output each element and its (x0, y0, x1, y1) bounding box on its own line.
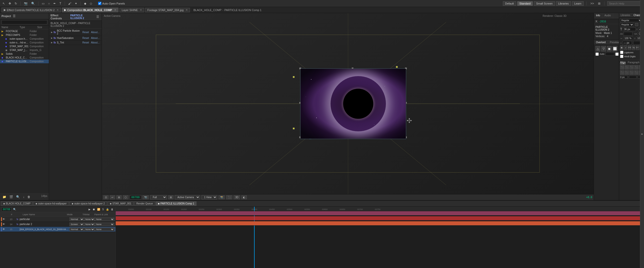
layer-row-13[interactable]: 👁 13 fx particular NormalScreenAddMultip… (0, 217, 115, 222)
project-item-outer2[interactable]: ■ outer-s...-hd-wallpaper 2 Composition (0, 41, 49, 44)
tool-stamp[interactable]: ✦ (74, 1, 78, 6)
bold-btn[interactable]: B (620, 45, 623, 50)
timeline-timecode[interactable]: 00788 (2, 207, 12, 211)
font-color-swatch[interactable] (635, 23, 638, 26)
workspace-libraries[interactable]: Libraries (556, 1, 571, 6)
tl-play-btn[interactable]: ▶ (88, 208, 91, 211)
effect-s-tint[interactable]: ▶ fx S_Tint Reset About... (49, 40, 102, 45)
bcc-reset-btn[interactable]: Reset (82, 31, 89, 34)
bcc-about-btn[interactable]: About... (91, 31, 100, 34)
viewer-timecode[interactable]: 00788 (130, 195, 141, 199)
layer-14-eye[interactable]: 👁 (3, 223, 6, 226)
tab-audio[interactable]: Audio (602, 13, 613, 19)
viewer-camera-select[interactable]: Active Camera (175, 195, 200, 199)
tab-footage[interactable]: Footage STAR_MAP_004.jpg ✕ (145, 8, 190, 12)
align-left-btn[interactable]: ⬛ (620, 65, 624, 70)
dist-h-btn[interactable]: ⬛ (620, 70, 624, 75)
tool-arrow[interactable]: ↖ (2, 1, 6, 6)
kerning-input[interactable] (624, 32, 632, 36)
dist-r-btn[interactable]: ⬛ (634, 70, 638, 75)
composition-tab-close[interactable]: ✕ (114, 9, 116, 11)
bottom-tab-outer2[interactable]: ■ outer-space-hd-wallpaper 2 (69, 201, 107, 206)
align-offset-v-input[interactable] (629, 76, 636, 79)
effect-controls-menu[interactable]: ☰ (95, 15, 100, 19)
align-top-btn[interactable]: ⬛ (634, 65, 638, 70)
nav-widget[interactable] (407, 118, 412, 123)
layer-15-mode-select[interactable]: NormalScreen (69, 228, 84, 231)
layer-14-parent-select[interactable]: None (95, 223, 114, 226)
project-item-blackhole[interactable]: ■ BLACK HOLE_COMP Composition (0, 56, 49, 60)
layer-15-parent-select[interactable]: None (95, 228, 114, 231)
bottom-tab-star[interactable]: ■ STAR_MAP_001 (108, 201, 134, 206)
tool-shape1[interactable]: ◆ (83, 1, 87, 6)
tool-ellipse[interactable]: ○ (47, 1, 51, 6)
tl-delete-btn[interactable]: 🗑 (110, 208, 114, 211)
shape-invert-btn[interactable]: ▽ (601, 46, 606, 51)
tool-zoom[interactable]: 🔍 (30, 1, 36, 6)
import-btn[interactable]: ↓ (22, 195, 25, 199)
tool-rect[interactable]: ▭ (41, 1, 46, 6)
tool-pen[interactable]: ✒ (52, 1, 57, 6)
footage-tab-close[interactable]: ✕ (186, 9, 188, 11)
tool-camera[interactable]: 📷 (23, 1, 29, 6)
expand-workspaces-btn[interactable]: >> (589, 1, 595, 6)
workspace-learn[interactable]: Learn (572, 1, 584, 6)
delete-btn[interactable]: 🗑 (26, 195, 31, 199)
super-btn[interactable]: T⁺ (636, 45, 639, 50)
font-size-input[interactable] (623, 27, 636, 31)
viewer-regions-btn[interactable]: ⊞ (116, 195, 122, 199)
tool-text[interactable]: T (58, 1, 62, 6)
new-comp-btn[interactable]: 🎬 (8, 195, 14, 199)
tab-layer-shine[interactable]: Layer SHINE ✕ (119, 8, 144, 12)
italic-btn[interactable]: I (624, 45, 627, 50)
auto-open-panels-check[interactable] (98, 2, 101, 5)
layer-15-trkmat-select[interactable]: None (84, 228, 95, 231)
stint-about-btn[interactable]: About... (91, 41, 100, 44)
font-family-select[interactable]: Regular (620, 19, 642, 22)
project-item-particle[interactable]: ■ PARTICLE ILLUSION Comp 1 Composition (0, 60, 49, 63)
viewer-motion-blur-btn[interactable]: ◐ (242, 195, 247, 199)
layer-13-trkmat-select[interactable]: None (84, 218, 95, 221)
tool-select[interactable]: ✥ (8, 1, 12, 6)
project-panel-menu[interactable]: ☰ (12, 14, 17, 18)
viewer-snap-btn[interactable]: ⊡ (103, 195, 108, 199)
search-help-input[interactable] (607, 1, 642, 6)
viewer-mask-btn[interactable]: ⬡ (123, 195, 128, 199)
workspace-default[interactable]: Default (503, 1, 516, 6)
baseline-input[interactable] (622, 41, 632, 45)
shape-stroke-btn[interactable]: ⬜ (613, 46, 617, 51)
project-search-input[interactable] (2, 20, 47, 24)
project-item-starmap[interactable]: ◉ STAR_MAP_[002-004].jpg Imports_G (0, 48, 49, 52)
viewer-3d-btn[interactable]: 3D (234, 195, 240, 199)
project-item-footage[interactable]: ▶ FOOTAGE Folder (0, 29, 49, 33)
viewer-reset-btn[interactable]: ↩ (110, 195, 115, 199)
align-center-btn[interactable]: ⬛ (625, 65, 629, 70)
layer-shine-tab-close[interactable]: ✕ (140, 9, 142, 11)
overlord-checkbox[interactable] (595, 52, 599, 56)
bottom-tab-render[interactable]: Render Queue (134, 201, 155, 206)
tl-stop-btn[interactable]: ⏹ (92, 208, 96, 211)
huesat-about-btn[interactable]: About... (91, 37, 100, 39)
tool-rotate[interactable]: ↻ (14, 1, 18, 6)
timeline-expand-btn[interactable]: ▶ (640, 207, 644, 268)
layer-14-mode-select[interactable]: ScreenNormalAdd (69, 223, 84, 226)
project-item-star001[interactable]: ■ STAR_MAP_001 Composition (0, 44, 49, 48)
effect-bcc-particle[interactable]: ▶ fx BCC Particle Illusion 2 Reset About… (49, 29, 102, 36)
layer-row-15[interactable]: 👁 15 [004_EPOCH_II_BLACK_HOLE_01_[0000-0… (0, 227, 115, 232)
find-btn[interactable]: 🔍 (15, 195, 21, 199)
project-item-outer1[interactable]: ■ outer-space-hd-wallpaper Composition (0, 37, 49, 41)
hindi-check[interactable] (620, 55, 623, 58)
font-style-select[interactable]: Regular (620, 23, 634, 26)
viewer-view-select[interactable]: 1 View (202, 195, 217, 199)
allcaps-btn[interactable]: TT (628, 45, 631, 50)
viewer-resolution-select[interactable]: FullHalfQuarter (150, 195, 167, 199)
tab-libraries[interactable]: Libraries (619, 13, 632, 17)
dist-l-btn[interactable]: ⬛ (629, 70, 634, 75)
dist-v-btn[interactable]: ⬛ (625, 70, 629, 75)
project-item-precomps[interactable]: ▶ PRECOMPS Folder (0, 33, 49, 37)
viewer-checkerboard-btn[interactable]: ⊞ (168, 195, 173, 199)
layer-13-eye[interactable]: 👁 (3, 218, 6, 221)
workspace-standard[interactable]: Standard (517, 1, 533, 6)
huesat-reset-btn[interactable]: Reset (82, 37, 89, 39)
extensions-btn[interactable]: ⊞ (597, 1, 601, 6)
